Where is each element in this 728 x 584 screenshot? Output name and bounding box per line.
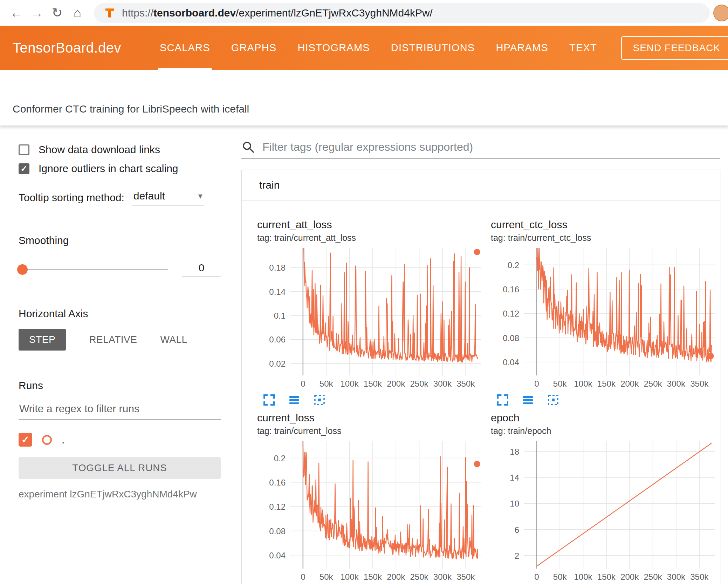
chart-plot[interactable]: 0.020.060.10.140.18050k100k150k200k250k3… bbox=[257, 245, 487, 389]
data-table-icon[interactable] bbox=[521, 393, 535, 407]
tab-label: DISTRIBUTIONS bbox=[391, 42, 475, 54]
axis-step-button[interactable]: STEP bbox=[19, 329, 66, 351]
svg-text:350k: 350k bbox=[690, 572, 709, 582]
tab-histograms[interactable]: HISTOGRAMS bbox=[287, 26, 380, 70]
tooltip-sorting-value: default bbox=[133, 190, 165, 202]
svg-text:50k: 50k bbox=[320, 379, 334, 388]
svg-text:0.08: 0.08 bbox=[503, 333, 519, 343]
train-group-header[interactable]: train bbox=[242, 170, 720, 201]
home-icon[interactable]: ⌂ bbox=[67, 6, 88, 20]
svg-text:0.18: 0.18 bbox=[269, 263, 286, 272]
chart-plot[interactable]: 0.040.080.120.160.2050k100k150k200k250k3… bbox=[257, 438, 487, 583]
tooltip-sorting-label: Tooltip sorting method: bbox=[19, 192, 124, 204]
chart-tag: tag: train/current_att_loss bbox=[257, 233, 487, 243]
ignore-outliers-row[interactable]: ✓ Ignore outliers in chart scaling bbox=[19, 163, 221, 175]
svg-text:250k: 250k bbox=[644, 379, 662, 388]
svg-text:300k: 300k bbox=[667, 379, 686, 388]
address-bar[interactable]: https://tensorboard.dev/experiment/lzGnE… bbox=[94, 3, 710, 23]
tab-graphs[interactable]: GRAPHS bbox=[221, 26, 287, 70]
run-name: . bbox=[62, 434, 64, 446]
chart-plot[interactable]: 26101418050k100k150k200k250k300k350k bbox=[491, 438, 720, 583]
run-checkbox[interactable]: ✓ bbox=[19, 433, 32, 447]
url-path: /experiment/lzGnETjwRxC3yghNMd4kPw/ bbox=[236, 7, 433, 19]
svg-text:100k: 100k bbox=[574, 572, 592, 582]
sidebar-divider bbox=[19, 366, 221, 366]
run-row: ✓ . bbox=[19, 433, 221, 447]
horizontal-axis-label: Horizontal Axis bbox=[19, 308, 221, 320]
svg-text:250k: 250k bbox=[644, 572, 662, 582]
runs-filter-input[interactable] bbox=[19, 399, 221, 420]
svg-text:100k: 100k bbox=[574, 379, 592, 388]
chart-plot[interactable]: 0.040.080.120.160.2050k100k150k200k250k3… bbox=[491, 245, 720, 389]
search-icon bbox=[241, 140, 255, 154]
tab-label: GRAPHS bbox=[231, 42, 277, 54]
ignore-outliers-checkbox[interactable]: ✓ bbox=[19, 163, 29, 174]
tab-label: HISTOGRAMS bbox=[297, 42, 370, 54]
chart-title: current_loss bbox=[257, 412, 487, 424]
fit-to-data-icon[interactable] bbox=[313, 393, 327, 407]
svg-text:200k: 200k bbox=[620, 379, 639, 388]
svg-text:0.2: 0.2 bbox=[274, 454, 286, 463]
fullscreen-icon[interactable] bbox=[496, 393, 510, 407]
svg-text:200k: 200k bbox=[620, 572, 639, 582]
svg-text:250k: 250k bbox=[410, 379, 429, 388]
browser-toolbar: ← → ↻ ⌂ https://tensorboard.dev/experime… bbox=[0, 0, 728, 26]
axis-relative-button[interactable]: RELATIVE bbox=[89, 334, 137, 345]
svg-text:150k: 150k bbox=[364, 379, 382, 388]
svg-text:0: 0 bbox=[301, 572, 305, 582]
url-scheme: https:// bbox=[122, 7, 153, 19]
svg-text:6: 6 bbox=[515, 525, 519, 535]
tab-label: SCALARS bbox=[160, 42, 210, 54]
svg-text:2: 2 bbox=[515, 551, 519, 561]
experiment-title-strip: Conformer CTC training for LibriSpeech w… bbox=[0, 70, 728, 125]
svg-text:0.12: 0.12 bbox=[269, 502, 286, 511]
svg-text:0: 0 bbox=[301, 379, 305, 388]
forward-icon[interactable]: → bbox=[27, 6, 47, 20]
tab-hparams[interactable]: HPARAMS bbox=[485, 26, 559, 70]
smoothing-slider-track[interactable] bbox=[19, 269, 168, 270]
sidebar-divider bbox=[19, 293, 221, 293]
send-feedback-button[interactable]: SEND FEEDBACK bbox=[621, 36, 728, 60]
show-download-links-row[interactable]: Show data download links bbox=[19, 144, 221, 156]
tooltip-sorting-dropdown[interactable]: default ▾ bbox=[132, 190, 204, 205]
runs-label: Runs bbox=[19, 380, 221, 392]
tab-distributions[interactable]: DISTRIBUTIONS bbox=[380, 26, 486, 70]
svg-text:0.02: 0.02 bbox=[269, 359, 286, 368]
chart-tag: tag: train/current_loss bbox=[257, 426, 487, 436]
experiment-title: Conformer CTC training for LibriSpeech w… bbox=[13, 103, 249, 115]
svg-text:350k: 350k bbox=[456, 379, 475, 388]
svg-text:350k: 350k bbox=[690, 379, 709, 388]
svg-text:0: 0 bbox=[534, 379, 539, 388]
fit-to-data-icon[interactable] bbox=[546, 393, 560, 407]
settings-sidebar: Show data download links ✓ Ignore outlie… bbox=[0, 125, 228, 584]
svg-text:0: 0 bbox=[534, 572, 539, 582]
sidebar-divider bbox=[19, 221, 221, 221]
axis-wall-button[interactable]: WALL bbox=[160, 334, 187, 345]
profile-avatar[interactable] bbox=[713, 5, 728, 21]
nav-tabs: SCALARS GRAPHS HISTOGRAMS DISTRIBUTIONS … bbox=[149, 26, 607, 70]
svg-text:0.16: 0.16 bbox=[269, 478, 286, 487]
data-table-icon[interactable] bbox=[287, 393, 301, 407]
svg-text:150k: 150k bbox=[364, 572, 382, 582]
smoothing-slider-knob[interactable] bbox=[17, 264, 28, 275]
tab-text[interactable]: TEXT bbox=[559, 26, 607, 70]
fullscreen-icon[interactable] bbox=[262, 393, 276, 407]
chart-card: epoch tag: train/epoch 26101418050k100k1… bbox=[491, 412, 720, 583]
show-download-checkbox[interactable] bbox=[19, 144, 29, 155]
app-header: TensorBoard.dev SCALARS GRAPHS HISTOGRAM… bbox=[0, 26, 728, 70]
svg-text:50k: 50k bbox=[553, 572, 567, 582]
svg-text:0.04: 0.04 bbox=[503, 358, 519, 367]
chart-tag: tag: train/current_ctc_loss bbox=[491, 233, 720, 243]
svg-text:200k: 200k bbox=[387, 572, 405, 582]
toggle-all-runs-button[interactable]: TOGGLE ALL RUNS bbox=[19, 457, 221, 479]
refresh-icon[interactable]: ↻ bbox=[47, 5, 67, 20]
experiment-caption: experiment lzGnETjwRxC3yghNMd4kPw bbox=[19, 489, 221, 500]
svg-text:250k: 250k bbox=[410, 572, 429, 582]
smoothing-value-field[interactable]: 0 bbox=[182, 262, 221, 277]
tab-scalars[interactable]: SCALARS bbox=[149, 26, 221, 70]
svg-text:300k: 300k bbox=[433, 572, 452, 582]
svg-text:50k: 50k bbox=[320, 572, 334, 582]
chart-title: current_ctc_loss bbox=[491, 219, 720, 231]
filter-tags-input[interactable] bbox=[262, 141, 720, 154]
back-icon[interactable]: ← bbox=[6, 6, 27, 20]
